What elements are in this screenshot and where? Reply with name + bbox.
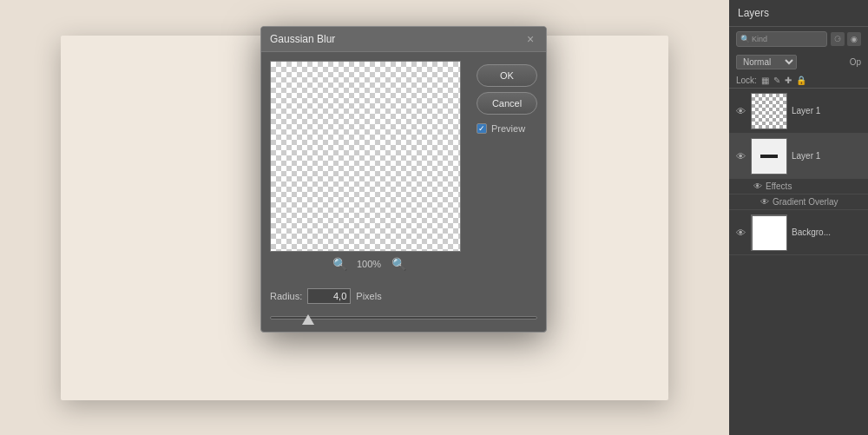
- gradient-overlay-item[interactable]: 👁 Gradient Overlay: [729, 194, 868, 210]
- zoom-out-icon[interactable]: 🔍: [332, 257, 347, 271]
- opacity-label: Op: [850, 57, 861, 67]
- layer-thumbnail: [751, 214, 787, 251]
- search-row: 🔍 Kind ⚆ ◉: [729, 27, 868, 51]
- gradient-overlay-label: 👁 Gradient Overlay: [760, 197, 861, 207]
- search-icon: 🔍: [740, 35, 750, 43]
- checkmark-icon: ✓: [478, 124, 485, 133]
- ok-button[interactable]: OK: [477, 64, 537, 87]
- layer-thumbnail: [751, 138, 787, 175]
- panel-title: Layers: [729, 0, 868, 27]
- layer-name: Backgro...: [792, 227, 863, 237]
- preview-area: 🔍 100% 🔍: [270, 61, 468, 274]
- lock-all-icon[interactable]: 🔒: [796, 76, 806, 85]
- lock-row: Lock: ▦ ✎ ✚ 🔒: [729, 73, 868, 89]
- visibility-icon[interactable]: 👁: [734, 106, 746, 116]
- lock-position-icon[interactable]: ✚: [785, 76, 792, 85]
- visibility-icon[interactable]: 👁: [734, 151, 746, 161]
- radius-slider[interactable]: [270, 311, 537, 325]
- thumb-bg: [752, 215, 787, 251]
- gaussian-blur-dialog: Gaussian Blur × 🔍 100% 🔍 OK Cancel ✓: [260, 26, 547, 333]
- radius-row: Radius: Pixels: [270, 288, 537, 304]
- lock-icons: ▦ ✎ ✚ 🔒: [761, 76, 806, 85]
- lock-label: Lock:: [736, 76, 757, 85]
- search-box[interactable]: 🔍 Kind: [736, 31, 827, 47]
- lock-brush-icon[interactable]: ✎: [773, 76, 780, 85]
- blend-row: Normal Op: [729, 51, 868, 73]
- visibility-icon[interactable]: 👁: [734, 227, 746, 238]
- effects-section[interactable]: 👁 Effects: [729, 179, 868, 194]
- zoom-value: 100%: [354, 259, 385, 269]
- lock-transparent-icon[interactable]: ▦: [761, 76, 769, 85]
- layer-name: Layer 1: [792, 106, 863, 115]
- layers-list: 👁 Layer 1 👁 Layer 1 👁 Effects: [729, 89, 868, 435]
- layer-thumbnail: [751, 93, 787, 129]
- gradient-eye-icon[interactable]: 👁: [760, 197, 769, 207]
- dialog-controls: OK Cancel ✓ Preview: [477, 61, 537, 274]
- layer-item-background[interactable]: 👁 Backgro...: [729, 210, 868, 255]
- effects-label: 👁 Effects: [753, 181, 861, 191]
- preview-checkbox[interactable]: ✓: [477, 123, 487, 134]
- blend-mode-select[interactable]: Normal: [736, 55, 797, 69]
- thumb-dash: [760, 155, 778, 158]
- zoom-in-icon[interactable]: 🔍: [391, 257, 406, 271]
- preview-canvas[interactable]: [270, 61, 461, 252]
- dialog-footer: Radius: Pixels: [261, 283, 546, 332]
- radius-unit: Pixels: [356, 291, 381, 301]
- effects-text: Effects: [766, 181, 792, 191]
- dialog-titlebar: Gaussian Blur ×: [261, 27, 546, 52]
- radius-label: Radius:: [270, 291, 302, 301]
- canvas-area: Gaussian Blur × 🔍 100% 🔍 OK Cancel ✓: [0, 0, 729, 435]
- cancel-button[interactable]: Cancel: [477, 92, 537, 115]
- layers-panel: Layers 🔍 Kind ⚆ ◉ Normal Op Lock: ▦ ✎ ✚ …: [729, 0, 868, 435]
- layer-name: Layer 1: [792, 151, 863, 161]
- layer-options-icon[interactable]: ◉: [847, 32, 861, 46]
- search-placeholder: Kind: [752, 35, 767, 43]
- dialog-body: 🔍 100% 🔍 OK Cancel ✓ Preview: [261, 52, 546, 283]
- slider-thumb[interactable]: [302, 314, 314, 325]
- dialog-title: Gaussian Blur: [270, 33, 335, 45]
- thumb-checker: [752, 94, 786, 129]
- thumb-layer2: [752, 139, 786, 174]
- layer-kind-icon[interactable]: ⚆: [831, 32, 845, 46]
- preview-checkbox-row: ✓ Preview: [477, 123, 537, 134]
- effects-eye-icon[interactable]: 👁: [753, 181, 762, 191]
- layer-item[interactable]: 👁 Layer 1: [729, 89, 868, 134]
- radius-input[interactable]: [307, 288, 351, 304]
- close-icon[interactable]: ×: [523, 32, 537, 46]
- gradient-overlay-text: Gradient Overlay: [773, 197, 838, 207]
- layer-item[interactable]: 👁 Layer 1: [729, 134, 868, 179]
- preview-controls: 🔍 100% 🔍: [270, 252, 468, 274]
- preview-label: Preview: [491, 123, 525, 134]
- search-icons: ⚆ ◉: [831, 32, 861, 46]
